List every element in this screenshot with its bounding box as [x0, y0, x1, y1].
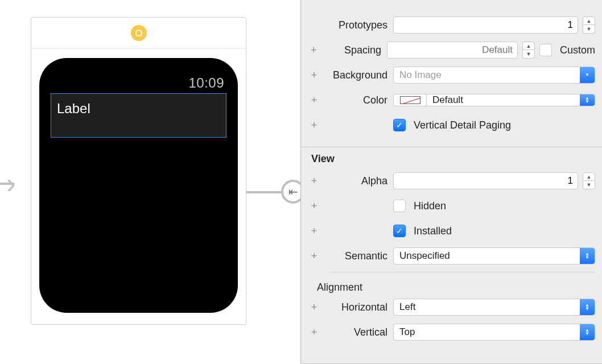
- stepper-down-icon[interactable]: ▼: [583, 181, 595, 189]
- vertical-value: Top: [394, 324, 580, 340]
- stepper-up-icon[interactable]: ▲: [583, 172, 595, 181]
- scene-body: 10:09 Label: [31, 48, 246, 325]
- prototypes-input[interactable]: [393, 16, 578, 34]
- watch-scene[interactable]: 10:09 Label: [31, 17, 246, 325]
- subheading-alignment: Alignment: [317, 282, 595, 293]
- watch-time: 10:09: [51, 75, 226, 91]
- stepper-up-icon[interactable]: ▲: [583, 16, 595, 25]
- add-variant-icon[interactable]: +: [308, 94, 320, 106]
- add-variant-icon[interactable]: +: [308, 119, 320, 131]
- segue-icon: ⇤: [288, 185, 298, 198]
- add-variant-icon[interactable]: +: [308, 175, 320, 187]
- custom-spacing-checkbox[interactable]: [539, 44, 552, 56]
- separator: [329, 272, 595, 272]
- interface-label[interactable]: Label: [51, 93, 226, 138]
- add-variant-icon[interactable]: +: [308, 44, 319, 56]
- add-variant-icon[interactable]: +: [308, 301, 320, 313]
- vertical-label: Vertical: [320, 326, 393, 338]
- chevron-updown-icon: ▲▼: [580, 324, 595, 340]
- vertical-align-select[interactable]: Top ▲▼: [393, 324, 595, 341]
- semantic-select[interactable]: Unspecified ▲▼: [393, 247, 595, 264]
- hidden-label: Hidden: [414, 200, 446, 212]
- color-swatch[interactable]: [394, 94, 427, 106]
- alpha-input[interactable]: [393, 172, 578, 189]
- spacing-stepper[interactable]: ▲ ▼: [522, 42, 535, 59]
- vertical-detail-paging-label: Vertical Detail Paging: [414, 119, 511, 131]
- storyboard-canvas[interactable]: › 10:09 Label ⇤: [0, 0, 300, 364]
- chevron-down-icon: ▲▼: [580, 67, 595, 83]
- section-heading-view: View: [311, 153, 595, 165]
- semantic-label: Semantic: [320, 250, 393, 262]
- add-variant-icon[interactable]: +: [308, 225, 320, 237]
- add-variant-icon[interactable]: +: [308, 250, 320, 262]
- chevron-updown-icon: ▲▼: [580, 94, 595, 106]
- stepper-down-icon[interactable]: ▼: [522, 50, 535, 59]
- vertical-detail-paging-checkbox[interactable]: ✓: [393, 119, 406, 131]
- alpha-label: Alpha: [320, 175, 393, 187]
- chevron-updown-icon: ▲▼: [580, 248, 595, 264]
- semantic-value: Unspecified: [394, 248, 580, 264]
- add-variant-icon[interactable]: +: [308, 69, 320, 81]
- spacing-input[interactable]: [387, 42, 518, 59]
- prototypes-label: Prototypes: [320, 19, 393, 31]
- scene-titlebar[interactable]: [31, 17, 246, 48]
- alpha-stepper[interactable]: ▲ ▼: [583, 172, 595, 189]
- prototypes-stepper[interactable]: ▲ ▼: [583, 16, 595, 34]
- horizontal-value: Left: [394, 299, 580, 315]
- svg-rect-0: [136, 31, 141, 36]
- color-select[interactable]: Default ▲▼: [393, 94, 595, 106]
- stepper-down-icon[interactable]: ▼: [583, 25, 595, 34]
- horizontal-label: Horizontal: [320, 301, 393, 313]
- hidden-checkbox[interactable]: [393, 200, 406, 212]
- inspector-panel: Prototypes ▲ ▼ + Spacing ▲ ▼ Custom: [300, 0, 602, 364]
- background-value: No Image: [394, 67, 580, 83]
- background-label: Background: [320, 69, 393, 81]
- background-select[interactable]: No Image ▲▼: [393, 67, 595, 84]
- color-value: Default: [427, 94, 580, 106]
- spacing-label: Spacing: [319, 44, 387, 56]
- watch-screen[interactable]: 10:09 Label: [39, 58, 238, 313]
- stepper-up-icon[interactable]: ▲: [522, 42, 535, 50]
- custom-spacing-label: Custom: [560, 44, 595, 56]
- installed-checkbox[interactable]: ✓: [393, 225, 406, 237]
- installed-label: Installed: [414, 225, 452, 237]
- add-variant-icon[interactable]: +: [308, 326, 320, 338]
- chevron-updown-icon: ▲▼: [580, 299, 595, 315]
- entry-arrow: ›: [0, 176, 16, 191]
- chip-icon: [131, 25, 147, 41]
- add-variant-icon[interactable]: +: [308, 200, 320, 212]
- horizontal-align-select[interactable]: Left ▲▼: [393, 299, 595, 316]
- color-label: Color: [320, 94, 393, 106]
